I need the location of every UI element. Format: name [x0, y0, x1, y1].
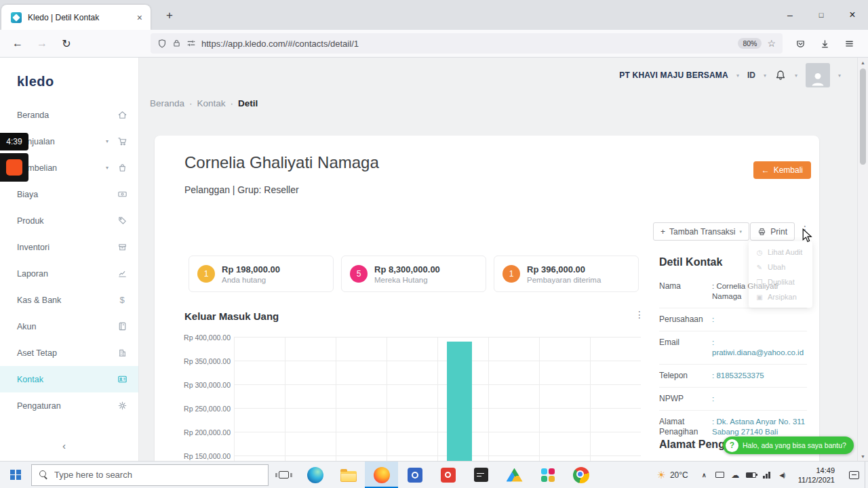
stat-card-pembayaran-diterima[interactable]: 1 Rp 396,000.00 Pembayaran diterima — [494, 256, 639, 292]
back-button[interactable]: ← — [5, 33, 30, 54]
sidebar-item-kas-bank[interactable]: Kas & Bank $ — [0, 287, 138, 313]
breadcrumb-beranda[interactable]: Beranda — [150, 98, 184, 108]
sidebar-item-beranda[interactable]: Beranda — [0, 102, 138, 128]
taskbar-media-app-button[interactable] — [431, 462, 465, 488]
action-center-button[interactable] — [843, 462, 865, 488]
show-desktop-button[interactable] — [865, 462, 868, 488]
stat-card-mereka-hutang[interactable]: 5 Rp 8,300,000.00 Mereka Hutang — [341, 256, 486, 292]
sidebar-item-biaya[interactable]: Biaya — [0, 181, 138, 207]
zoom-badge[interactable]: 80% — [738, 38, 762, 49]
sidebar-collapse-button[interactable]: ‹ — [62, 440, 66, 451]
chat-widget[interactable]: ? Halo, ada yang bisa saya bantu? — [723, 436, 854, 454]
detail-row-telepon: Telepon : 81853253375 — [659, 365, 807, 388]
sidebar-item-pengaturan[interactable]: Pengaturan — [0, 392, 138, 419]
sidebar-item-akun[interactable]: Akun — [0, 313, 138, 340]
stat-card-anda-hutang[interactable]: 1 Rp 198,000.00 Anda hutang — [189, 256, 334, 292]
window-minimize-button[interactable]: – — [774, 0, 806, 30]
new-tab-button[interactable]: + — [161, 9, 178, 22]
lock-icon[interactable] — [172, 39, 181, 48]
field-value: : — [712, 394, 807, 404]
window-close-button[interactable]: × — [837, 0, 868, 30]
field-value[interactable]: : pratiwi.diana@yahoo.co.id — [712, 338, 807, 358]
download-icon[interactable] — [814, 33, 835, 54]
taskbar-slack-button[interactable] — [531, 462, 564, 488]
scroll-down-icon[interactable]: ▼ — [858, 451, 868, 461]
start-button[interactable] — [0, 462, 31, 488]
tab-close-icon[interactable]: × — [134, 12, 145, 23]
battery-icon[interactable] — [743, 472, 759, 478]
company-selector[interactable]: PT KHAVI MAJU BERSAMA — [619, 70, 728, 80]
menu-item-ubah[interactable]: ✎ Ubah — [749, 260, 812, 274]
scroll-up-icon[interactable]: ▲ — [858, 58, 868, 67]
forward-button[interactable]: → — [30, 33, 54, 54]
weather-widget[interactable]: ☀ 20°C — [648, 469, 696, 481]
taskbar-search[interactable] — [31, 464, 269, 486]
kembali-button[interactable]: ← Kembali — [753, 161, 811, 179]
breadcrumb-current: Detil — [238, 98, 258, 108]
sidebar-item-laporan[interactable]: Laporan — [0, 260, 138, 287]
tray-chevron-up-icon[interactable]: ∧ — [696, 472, 712, 479]
menu-hamburger-icon[interactable] — [838, 33, 860, 54]
field-value[interactable]: : 81853253375 — [712, 371, 807, 381]
scrollbar[interactable]: ▲ ▼ — [857, 58, 868, 461]
menu-item-label: Duplikat — [768, 278, 795, 286]
network-icon[interactable] — [759, 472, 774, 479]
url-bar[interactable]: https://app.kledo.com/#/contacts/detail/… — [151, 33, 783, 54]
print-button[interactable]: Print — [750, 222, 795, 241]
taskbar-file-explorer-button[interactable] — [332, 462, 365, 488]
search-input[interactable] — [54, 470, 260, 480]
browser-tab[interactable]: Kledo | Detil Kontak × — [1, 5, 151, 30]
edit-pencil-icon: ✎ — [755, 264, 764, 271]
window-maximize-button[interactable]: □ — [806, 0, 837, 30]
shield-icon[interactable] — [157, 39, 167, 49]
chevron-down-icon: ▾ — [736, 73, 739, 79]
stat-amount: Rp 198,000.00 — [222, 264, 280, 274]
window-controls: – □ × — [774, 0, 868, 30]
avatar[interactable] — [806, 63, 830, 87]
sun-icon: ☀ — [656, 469, 665, 481]
taskbar-camera-app-button[interactable] — [398, 462, 431, 488]
field-label: Perusahaan — [659, 314, 712, 325]
menu-item-lihat-audit[interactable]: ◷ Lihat Audit — [749, 245, 812, 260]
tambah-transaksi-button[interactable]: + Tambah Transaksi ▾ — [653, 222, 749, 241]
reload-button[interactable]: ↻ — [54, 33, 79, 54]
sidebar-item-kontak[interactable]: Kontak — [0, 366, 138, 392]
sidebar-item-aset-tetap[interactable]: Aset Tetap — [0, 340, 138, 366]
media-app-icon — [441, 468, 456, 483]
menu-item-label: Ubah — [768, 263, 785, 271]
pocket-icon[interactable] — [789, 33, 811, 54]
sidebar-item-inventori[interactable]: Inventori — [0, 234, 138, 260]
display-icon[interactable] — [712, 472, 728, 478]
taskbar-firefox-button[interactable] — [365, 462, 398, 488]
contact-detail-card: Cornelia Ghaliyati Namaga Pelanggan | Gr… — [155, 136, 819, 461]
volume-icon[interactable]: ◀) — [774, 472, 790, 479]
detail-row-email: Email : pratiwi.diana@yahoo.co.id — [659, 331, 807, 365]
language-selector[interactable]: ID — [747, 70, 755, 80]
taskbar-notes-app-button[interactable] — [465, 462, 498, 488]
chart-kebab-icon[interactable]: ⋮ — [635, 309, 644, 320]
stat-label: Anda hutang — [222, 276, 280, 284]
windows-taskbar: ☀ 20°C ∧ ☁ ◀) 14:49 11/12/2021 — [0, 461, 868, 488]
sidebar-item-produk[interactable]: Produk — [0, 207, 138, 234]
taskbar-clock[interactable]: 14:49 11/12/2021 — [790, 466, 843, 485]
taskbar-drive-button[interactable] — [498, 462, 531, 488]
sidebar-item-label: Pembelian — [17, 163, 106, 173]
recorder-stop-button[interactable] — [0, 153, 28, 182]
y-axis-tick: Rp 200,000.00 — [182, 428, 231, 436]
url-text[interactable]: https://app.kledo.com/#/contacts/detail/… — [201, 39, 732, 49]
chat-message: Halo, ada yang bisa saya bantu? — [743, 441, 846, 449]
notification-bell-icon[interactable] — [774, 69, 787, 81]
breadcrumb: Beranda · Kontak · Detil — [139, 93, 857, 108]
sidebar-item-label: Beranda — [17, 110, 117, 120]
taskbar-edge-button[interactable] — [298, 462, 332, 488]
menu-item-duplikat[interactable]: ❐ Duplikat — [749, 274, 812, 289]
notification-icon — [849, 471, 859, 479]
task-view-button[interactable] — [269, 462, 298, 488]
onedrive-cloud-icon[interactable]: ☁ — [728, 470, 743, 480]
scrollbar-thumb[interactable] — [860, 68, 866, 165]
breadcrumb-kontak[interactable]: Kontak — [197, 98, 226, 108]
permissions-icon[interactable] — [186, 39, 196, 48]
bookmark-star-icon[interactable]: ☆ — [767, 38, 776, 49]
menu-item-arsipkan[interactable]: ▣ Arsipkan — [749, 289, 812, 304]
taskbar-chrome-button[interactable] — [564, 462, 597, 488]
